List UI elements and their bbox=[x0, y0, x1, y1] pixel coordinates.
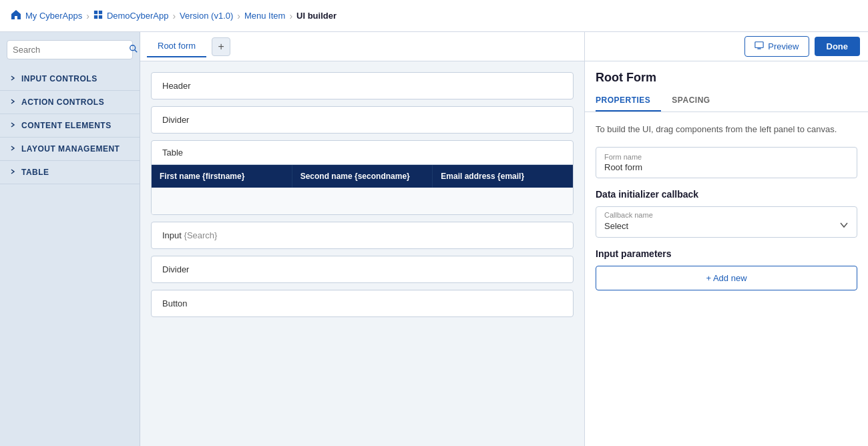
svg-rect-7 bbox=[758, 48, 761, 49]
sidebar-item-action-controls[interactable]: ACTION CONTROLS bbox=[0, 91, 140, 114]
canvas-scroll: Header Divider Table First name {firstna… bbox=[140, 61, 584, 446]
form-name-wrapper: Form name Root form bbox=[596, 147, 857, 178]
chevron-right-icon-1 bbox=[9, 74, 16, 83]
preview-icon bbox=[754, 41, 764, 52]
chevron-right-icon-5 bbox=[9, 168, 16, 177]
panel-body: To build the UI, drag components from th… bbox=[585, 112, 868, 446]
table-col-1: First name {firstname} bbox=[152, 165, 292, 188]
svg-rect-6 bbox=[755, 42, 763, 48]
canvas-tab-root-form[interactable]: Root form bbox=[147, 35, 206, 57]
tab-spacing-label: SPACING bbox=[672, 95, 710, 105]
preview-label: Preview bbox=[768, 41, 799, 51]
canvas-input-component[interactable]: Input {Search} bbox=[151, 222, 574, 249]
plus-icon: + bbox=[218, 41, 224, 53]
divider1-label: Divider bbox=[162, 115, 189, 125]
topbar-menu-label: Menu Item bbox=[244, 11, 285, 21]
canvas-table-component[interactable]: Table First name {firstname} Second name… bbox=[151, 140, 574, 215]
canvas-tab-label: Root form bbox=[158, 41, 196, 51]
right-panel: Preview Done Root Form PROPERTIES SPACIN… bbox=[584, 32, 868, 446]
chevron-down-icon bbox=[839, 220, 849, 232]
table-body bbox=[152, 188, 573, 214]
svg-rect-2 bbox=[94, 15, 97, 19]
table-label: Table bbox=[152, 141, 573, 165]
topbar: My CyberApps › DemoCyberApp › Version (v… bbox=[0, 0, 868, 32]
topbar-home[interactable]: My CyberApps bbox=[11, 9, 82, 22]
topbar-menu[interactable]: Menu Item bbox=[244, 11, 285, 21]
canvas-divider1-component[interactable]: Divider bbox=[151, 106, 574, 134]
add-new-button[interactable]: + Add new bbox=[596, 266, 857, 290]
tab-properties-label: PROPERTIES bbox=[596, 95, 650, 105]
sidebar-label-table: TABLE bbox=[21, 168, 49, 177]
svg-point-4 bbox=[130, 45, 136, 51]
done-button[interactable]: Done bbox=[815, 37, 861, 56]
topbar-sep-4: › bbox=[289, 11, 292, 21]
canvas-button-component[interactable]: Button bbox=[151, 290, 574, 317]
canvas-area: Root form + Header Divider Table First n… bbox=[140, 32, 584, 446]
sidebar-label-action-controls: ACTION CONTROLS bbox=[21, 97, 104, 107]
callback-select-value-row: Select bbox=[596, 219, 857, 237]
sidebar-label-layout-management: LAYOUT MANAGEMENT bbox=[21, 144, 120, 154]
sidebar-label-content-elements: CONTENT ELEMENTS bbox=[21, 121, 112, 130]
panel-tabs: PROPERTIES SPACING bbox=[585, 90, 868, 112]
input-placeholder: {Search} bbox=[184, 230, 218, 240]
grid-icon bbox=[93, 10, 103, 21]
search-icon bbox=[129, 44, 138, 55]
table-header-row: First name {firstname} Second name {seco… bbox=[152, 165, 573, 188]
svg-line-5 bbox=[135, 50, 138, 53]
canvas-tabs: Root form + bbox=[140, 32, 584, 61]
panel-hint: To build the UI, drag components from th… bbox=[596, 123, 857, 136]
topbar-sep-2: › bbox=[172, 11, 176, 21]
tab-spacing[interactable]: SPACING bbox=[672, 90, 720, 112]
left-sidebar: INPUT CONTROLS ACTION CONTROLS CONTENT E… bbox=[0, 32, 140, 446]
search-input[interactable] bbox=[13, 45, 125, 55]
topbar-version-label: Version (v1.0) bbox=[180, 11, 233, 21]
tab-properties[interactable]: PROPERTIES bbox=[596, 90, 661, 112]
sidebar-item-table[interactable]: TABLE bbox=[0, 161, 140, 184]
svg-rect-3 bbox=[99, 15, 102, 19]
done-label: Done bbox=[827, 41, 849, 51]
topbar-sep-3: › bbox=[237, 11, 240, 21]
callback-name-label: Callback name bbox=[596, 207, 857, 219]
topbar-version[interactable]: Version (v1.0) bbox=[180, 11, 233, 21]
panel-topbar: Preview Done bbox=[585, 32, 868, 61]
form-name-value: Root form bbox=[604, 162, 642, 172]
topbar-home-label: My CyberApps bbox=[25, 11, 82, 21]
panel-title: Root Form bbox=[585, 61, 868, 85]
input-params-heading: Input parameters bbox=[596, 248, 857, 259]
chevron-right-icon-2 bbox=[9, 97, 16, 107]
canvas-header-component[interactable]: Header bbox=[151, 72, 574, 99]
button-label: Button bbox=[162, 298, 188, 308]
callback-select-text: Select bbox=[604, 221, 628, 231]
input-label: Input bbox=[162, 230, 182, 240]
add-new-label: + Add new bbox=[706, 273, 746, 283]
sidebar-label-input-controls: INPUT CONTROLS bbox=[21, 74, 97, 83]
topbar-app[interactable]: DemoCyberApp bbox=[93, 10, 169, 21]
header-label: Header bbox=[162, 81, 191, 91]
canvas-divider2-component[interactable]: Divider bbox=[151, 256, 574, 283]
topbar-current: UI builder bbox=[296, 11, 337, 21]
main-layout: INPUT CONTROLS ACTION CONTROLS CONTENT E… bbox=[0, 32, 868, 446]
chevron-right-icon-3 bbox=[9, 121, 16, 130]
form-name-field-group: Form name Root form bbox=[596, 147, 857, 178]
add-tab-button[interactable]: + bbox=[212, 37, 230, 56]
search-box[interactable] bbox=[7, 40, 133, 59]
divider2-label: Divider bbox=[162, 264, 189, 274]
data-initializer-heading: Data initializer callback bbox=[596, 189, 857, 200]
svg-rect-1 bbox=[99, 11, 102, 14]
table-col-2: Second name {secondname} bbox=[292, 165, 433, 188]
table-col-3: Email address {email} bbox=[433, 165, 573, 188]
form-name-label: Form name bbox=[604, 153, 642, 161]
home-icon bbox=[11, 9, 21, 22]
topbar-app-label: DemoCyberApp bbox=[107, 11, 169, 21]
chevron-right-icon-4 bbox=[9, 144, 16, 154]
sidebar-item-layout-management[interactable]: LAYOUT MANAGEMENT bbox=[0, 138, 140, 161]
sidebar-item-content-elements[interactable]: CONTENT ELEMENTS bbox=[0, 114, 140, 138]
sidebar-item-input-controls[interactable]: INPUT CONTROLS bbox=[0, 67, 140, 91]
callback-select-wrapper[interactable]: Callback name Select bbox=[596, 206, 857, 238]
preview-button[interactable]: Preview bbox=[744, 36, 809, 57]
svg-rect-0 bbox=[94, 11, 97, 14]
topbar-current-label: UI builder bbox=[296, 11, 337, 21]
topbar-sep-1: › bbox=[86, 11, 89, 21]
